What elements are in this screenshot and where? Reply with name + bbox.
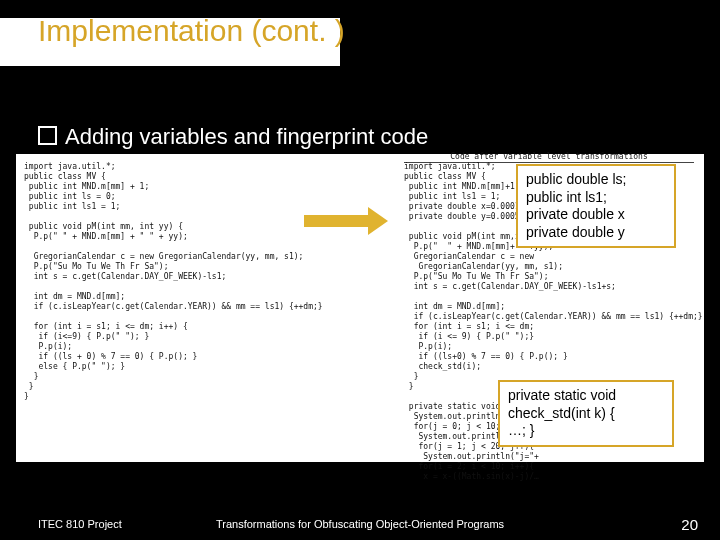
code-panel: import java.util.*; public class MV { pu…	[16, 154, 704, 462]
footer-page-number: 20	[681, 516, 698, 533]
bullet-line: Adding variables and fingerprint code	[38, 124, 428, 150]
callout-line: private double x	[526, 206, 666, 224]
bullet-text: Adding variables and fingerprint code	[65, 124, 428, 149]
arrow-icon	[304, 210, 388, 232]
bullet-box-icon	[38, 126, 57, 145]
callout-added-vars: public double ls; public int ls1; privat…	[516, 164, 676, 248]
footer: ITEC 810 Project Transformations for Obf…	[0, 518, 720, 530]
slide: Implementation (cont. ) Adding variables…	[0, 0, 720, 540]
footer-left: ITEC 810 Project	[38, 518, 122, 530]
callout-line: public int ls1;	[526, 189, 666, 207]
callout-line: public double ls;	[526, 171, 666, 189]
callout-added-method: private static void check_std(int k) { ……	[498, 380, 674, 447]
callout-line: private double y	[526, 224, 666, 242]
callout-line: …; }	[508, 422, 664, 440]
slide-title: Implementation (cont. )	[38, 14, 345, 48]
code-before: import java.util.*; public class MV { pu…	[24, 162, 284, 402]
callout-line: private static void	[508, 387, 664, 405]
callout-line: check_std(int k) {	[508, 405, 664, 423]
